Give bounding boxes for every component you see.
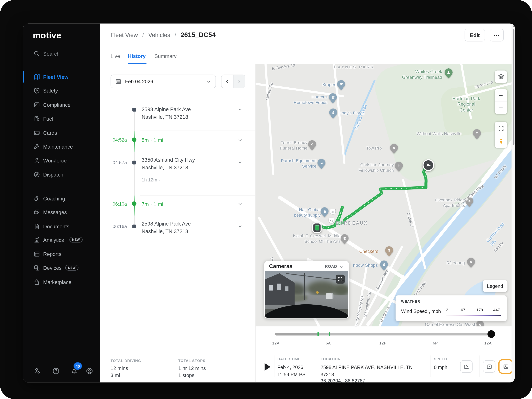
poi-pin-hair-global[interactable] [321,207,329,218]
scrubber-handle[interactable] [487,330,495,338]
sidebar-item-label: Messages [43,209,67,215]
camera-mode-select[interactable]: ROAD [325,264,337,268]
poi-pin-parrish[interactable] [317,159,325,169]
legend-button[interactable]: Legend [483,280,507,292]
poi-pin-trailhead[interactable] [445,68,453,79]
sidebar-item-fuel[interactable]: Fuel [23,112,100,125]
breadcrumb-fleet-view[interactable]: Fleet View [111,32,138,38]
map-label-parrish: Parrish Equipment Service [278,158,317,169]
poi-pin-hodys[interactable] [329,108,337,119]
time-tick-label: 12A [484,341,492,345]
map-label-haynes-park: HAYNES PARK [334,65,374,70]
chevron-down-icon[interactable] [238,107,242,112]
help-icon[interactable] [52,367,60,375]
divider [100,101,256,101]
stop-marker [132,161,136,164]
date-picker[interactable]: Feb 04 2026 [111,75,216,88]
chevron-down-icon[interactable] [238,160,242,165]
chat-icon [33,209,40,215]
sidebar-item-label: Fuel [43,115,53,121]
poi-pin-isaiah-school[interactable] [341,234,349,245]
trip-start-marker[interactable] [312,222,322,233]
sidebar-item-workforce[interactable]: Workforce [23,154,100,166]
tab-history[interactable]: History [128,53,146,59]
speed-graph-button[interactable] [460,360,473,373]
page-header: Fleet View / Vehicles / 2615_DC54 Edit ⋯… [100,24,515,64]
poi-pin-checkers[interactable] [385,246,393,257]
sidebar-item-dispatch[interactable]: Dispatch [23,168,100,180]
chevron-down-icon[interactable] [238,224,242,228]
chevron-down-icon [340,265,344,269]
dashcam-still[interactable] [265,271,348,318]
poi-pin-kroger[interactable] [337,80,345,91]
utility-pole [304,273,305,300]
new-badge: NEW [65,265,78,271]
poi-pin-rj-young[interactable] [467,258,475,268]
date-picker-value: Feb 04 2026 [125,79,153,84]
time-tick-label: 12P [379,341,386,345]
scrollbar-thumb[interactable] [513,29,514,145]
sidebar-search[interactable]: Search [23,47,100,60]
poi-pin-christian-journey[interactable] [395,162,403,172]
camera-fullscreen-icon[interactable] [336,275,345,284]
sidebar-item-analytics[interactable]: Analytics NEW [23,234,100,246]
map-label-checkers: Checkers [359,249,378,254]
fullscreen-button[interactable] [495,122,507,135]
sidebar-item-marketplace[interactable]: Marketplace [23,276,100,288]
breadcrumb-vehicles[interactable]: Vehicles [148,32,170,38]
time-tick-label: 6A [326,341,331,345]
layers-button[interactable] [495,70,507,83]
sidebar-item-coaching[interactable]: Coaching [23,192,100,204]
poi-pin-rainbow-shops[interactable] [380,260,388,271]
sidebar-item-label: Reports [43,251,61,257]
vehicle-marker[interactable] [423,159,434,171]
sidebar-item-compliance[interactable]: Compliance [23,98,100,111]
chevron-down-icon[interactable] [238,138,242,142]
poi-pin-without-walls[interactable] [473,129,481,140]
account-icon[interactable] [86,367,93,375]
chevron-down-icon[interactable] [238,201,242,206]
white-van [326,293,333,299]
stop-marker [132,108,136,112]
poi-pin-terrell[interactable] [308,140,316,151]
map-canvas[interactable]: 41 41 [256,64,512,326]
tab-summary[interactable]: Summary [154,53,177,59]
new-badge: NEW [69,237,82,242]
play-button[interactable] [265,363,271,371]
trip-tick-2 [329,332,330,336]
sidebar-item-safety[interactable]: Safety [23,84,100,97]
trip-summary: 5m · 1 mi [142,137,163,143]
edit-button[interactable]: Edit [465,29,485,41]
divider [318,355,318,377]
zoom-in-button[interactable]: + [495,89,507,101]
next-day-button[interactable] [233,75,245,88]
weather-title: WEATHER [401,299,420,303]
user-settings-icon[interactable] [33,367,41,375]
weather-panel: WEATHER Wind Speed , mph 2 67 179 447 [396,295,507,321]
sidebar-item-messages[interactable]: Messages [23,206,100,218]
prev-day-button[interactable] [221,75,233,88]
map-label-terrell: Terrell Broady Funeral Home [266,140,307,151]
sidebar-item-cards[interactable]: Cards [23,126,100,139]
zoom-out-button[interactable]: − [495,102,507,114]
poi-pin-hunters[interactable] [329,93,337,104]
sidebar-item-devices[interactable]: Devices NEW [23,261,100,274]
breadcrumb-current-vehicle: 2615_DC54 [181,31,216,38]
sidebar-item-reports[interactable]: Reports [23,248,100,260]
more-actions-button[interactable]: ⋯ [490,29,504,41]
sidebar-item-maintenance[interactable]: Maintenance [23,140,100,152]
map-label-christian: Christian Journey Fellowship Church [353,162,394,173]
cameras-panel: Cameras ROAD [264,261,349,319]
image-button-selected[interactable] [500,360,512,373]
poi-pin-tow-pro[interactable] [390,144,398,154]
poi-pin-camel-car-wash[interactable] [476,321,484,326]
window-scrollbar[interactable] [512,24,515,382]
street-view-pegman[interactable] [495,135,507,148]
total-driving-time: 12 mins [111,366,128,371]
weather-tick-1: 2 [446,308,448,312]
sidebar-item-fleet-view[interactable]: Fleet View [23,70,100,83]
tab-live[interactable]: Live [111,53,120,59]
sidebar-item-documents[interactable]: Documents [23,220,100,232]
video-button[interactable] [483,360,495,373]
tree-blur [333,284,348,297]
